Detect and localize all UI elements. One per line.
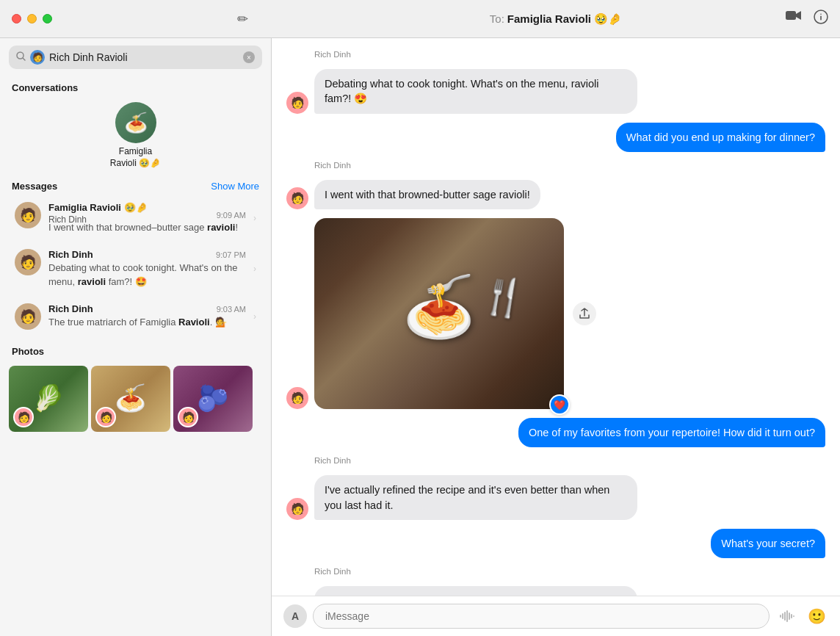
conversation-avatar: 🍝 bbox=[115, 102, 156, 143]
close-button[interactable] bbox=[12, 14, 21, 24]
message-row: 🧑 I've actually refined the recipe and i… bbox=[286, 475, 825, 520]
svg-rect-7 bbox=[782, 613, 783, 619]
svg-rect-8 bbox=[784, 612, 786, 621]
svg-line-5 bbox=[23, 58, 25, 60]
message-bubble: Debating what to cook tonight. What's on… bbox=[314, 69, 637, 114]
message-item[interactable]: 🧑 Famiglia Ravioli 🥹🤌 Rich Dinh 9:09 AM … bbox=[6, 196, 265, 240]
to-label: To: bbox=[490, 12, 504, 25]
message-item[interactable]: 🧑 Rich Dinh 9:07 PM Debating what to coo… bbox=[6, 243, 265, 294]
sidebar: 🧑 Rich Dinh Ravioli × Conversations 🍝 Fa… bbox=[0, 38, 272, 636]
svg-rect-3 bbox=[820, 14, 822, 15]
main-layout: 🧑 Rich Dinh Ravioli × Conversations 🍝 Fa… bbox=[0, 38, 840, 636]
message-top: Rich Dinh 9:03 AM bbox=[48, 303, 246, 314]
photo-thumbnail[interactable]: 🥬 🧑 bbox=[9, 366, 88, 432]
message-preview: Debating what to cook tonight. What's on… bbox=[48, 261, 246, 288]
photo-avatar-overlay: 🧑 bbox=[178, 407, 198, 427]
traffic-lights: ✏ bbox=[0, 11, 272, 27]
show-more-button[interactable]: Show More bbox=[211, 181, 259, 192]
svg-rect-11 bbox=[791, 614, 792, 618]
sender-label: Rich Dinh bbox=[314, 456, 825, 465]
share-button[interactable] bbox=[573, 302, 596, 325]
info-icon[interactable] bbox=[814, 10, 828, 28]
message-input[interactable] bbox=[313, 604, 770, 629]
conversation-name: Famiglia Ravioli 🥹🤌 bbox=[507, 12, 622, 26]
svg-rect-2 bbox=[820, 16, 822, 21]
chat-image[interactable] bbox=[314, 218, 564, 409]
message-bubble: One of my favorites from your repertoire… bbox=[518, 418, 825, 447]
conversation-item-famiglia[interactable]: 🍝 FamigliaRavioli 🥹🤌 bbox=[0, 96, 271, 175]
video-icon[interactable] bbox=[786, 10, 802, 28]
maximize-button[interactable] bbox=[43, 14, 52, 24]
minimize-button[interactable] bbox=[27, 14, 37, 24]
chat-messages: Rich Dinh 🧑 Debating what to cook tonigh… bbox=[272, 38, 840, 596]
message-bubble: What's your secret? bbox=[711, 529, 825, 558]
message-bubble: I went with that browned-butter sage rav… bbox=[314, 180, 540, 209]
message-row: One of my favorites from your repertoire… bbox=[286, 418, 825, 447]
audio-button[interactable] bbox=[775, 604, 799, 628]
reaction-bubble: ❤️ bbox=[549, 394, 570, 415]
message-time: 9:07 PM bbox=[216, 250, 246, 259]
chevron-right-icon: › bbox=[253, 264, 256, 274]
message-row: 🧑 Debating what to cook tonight. What's … bbox=[286, 69, 825, 114]
app-store-button[interactable]: A bbox=[283, 604, 307, 628]
messages-section-header: Messages Show More bbox=[0, 175, 271, 195]
image-message-container: ❤️ bbox=[314, 218, 564, 409]
photo-thumbnail[interactable]: 🍝 🧑 bbox=[91, 366, 170, 432]
photo-avatar-overlay: 🧑 bbox=[13, 407, 34, 427]
compose-button[interactable]: ✏ bbox=[237, 11, 248, 27]
chat-area: Rich Dinh 🧑 Debating what to cook tonigh… bbox=[272, 38, 840, 636]
message-row-image: 🧑 ❤️ bbox=[286, 218, 825, 409]
search-clear-button[interactable]: × bbox=[243, 51, 255, 63]
search-contact-avatar: 🧑 bbox=[30, 50, 45, 65]
message-time: 9:09 AM bbox=[217, 211, 246, 220]
message-avatar: 🧑 bbox=[15, 202, 41, 228]
svg-rect-12 bbox=[793, 615, 794, 617]
message-preview: The true matriarch of Famiglia Ravioli. … bbox=[48, 316, 246, 329]
bubble-avatar: 🧑 bbox=[286, 92, 308, 114]
message-avatar: 🧑 bbox=[15, 249, 41, 275]
message-top: Rich Dinh 9:07 PM bbox=[48, 249, 246, 260]
photo-avatar-overlay: 🧑 bbox=[95, 407, 116, 427]
sender-label: Rich Dinh bbox=[314, 567, 825, 576]
photos-label: Photos bbox=[0, 337, 271, 360]
message-content: Rich Dinh 9:03 AM The true matriarch of … bbox=[48, 303, 246, 329]
message-bubble: I've actually refined the recipe and it'… bbox=[314, 475, 637, 520]
svg-rect-9 bbox=[786, 610, 788, 622]
message-group-name: Famiglia Ravioli 🥹🤌 bbox=[48, 202, 148, 213]
message-row: 🧑 Add garlic to the butter, and then sti… bbox=[286, 586, 825, 596]
reaction-icon: ❤️ bbox=[551, 396, 568, 413]
bubble-avatar: 🧑 bbox=[286, 387, 308, 409]
message-content: Rich Dinh 9:07 PM Debating what to cook … bbox=[48, 249, 246, 288]
chevron-right-icon: › bbox=[253, 311, 256, 322]
svg-rect-6 bbox=[780, 615, 781, 618]
message-group-name: Rich Dinh bbox=[48, 249, 93, 260]
message-group-name: Rich Dinh bbox=[48, 303, 93, 314]
photos-grid: 🥬 🧑 🍝 🧑 🫐 🧑 bbox=[0, 360, 271, 438]
search-content: 🧑 Rich Dinh Ravioli bbox=[30, 50, 239, 65]
sender-label: Rich Dinh bbox=[314, 50, 825, 59]
message-row: What did you end up making for dinner? bbox=[286, 123, 825, 152]
chevron-right-icon: › bbox=[253, 213, 256, 223]
message-bubble: Add garlic to the butter, and then stir … bbox=[314, 586, 637, 596]
search-query: Rich Dinh Ravioli bbox=[49, 51, 128, 63]
emoji-button[interactable]: 🙂 bbox=[805, 604, 828, 628]
messages-label: Messages bbox=[12, 181, 57, 192]
message-preview: I went with that browned–butter sage rav… bbox=[48, 221, 246, 234]
conversation-name: FamigliaRavioli 🥹🤌 bbox=[110, 146, 161, 169]
bubble-avatar: 🧑 bbox=[286, 187, 308, 209]
message-bubble: What did you end up making for dinner? bbox=[616, 123, 825, 152]
message-row: What's your secret? bbox=[286, 529, 825, 558]
search-bar[interactable]: 🧑 Rich Dinh Ravioli × bbox=[9, 46, 262, 69]
title-bar: ✏ To: Famiglia Ravioli 🥹🤌 bbox=[0, 0, 840, 38]
bubble-avatar: 🧑 bbox=[286, 498, 308, 520]
message-content: Famiglia Ravioli 🥹🤌 Rich Dinh 9:09 AM I … bbox=[48, 202, 246, 234]
photo-thumbnail[interactable]: 🫐 🧑 bbox=[173, 366, 253, 432]
message-time: 9:03 AM bbox=[217, 305, 246, 314]
chat-input-area: A 🙂 bbox=[272, 596, 840, 636]
svg-rect-10 bbox=[789, 612, 790, 620]
chat-header: To: Famiglia Ravioli 🥹🤌 bbox=[272, 12, 840, 26]
message-avatar: 🧑 bbox=[15, 303, 41, 330]
sender-label: Rich Dinh bbox=[314, 161, 825, 170]
conversations-label: Conversations bbox=[0, 76, 271, 96]
message-item[interactable]: 🧑 Rich Dinh 9:03 AM The true matriarch o… bbox=[6, 297, 265, 336]
